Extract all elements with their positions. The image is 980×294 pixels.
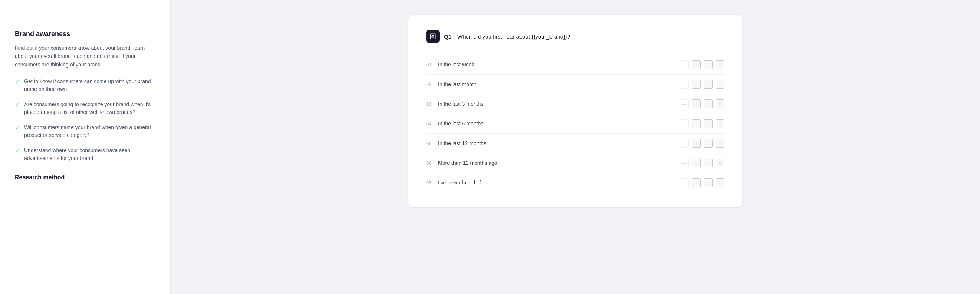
answer-actions: — ↓ ↑ × [680,119,724,128]
sidebar-description: Find out if your consumers know about yo… [15,44,156,69]
research-method-title: Research method [15,174,156,181]
move-up-button[interactable]: ↑ [704,139,713,148]
answer-number: 02 [426,81,438,87]
move-up-button[interactable]: ↑ [704,119,713,128]
main-content: Q1 When did you first hear about {{your_… [171,0,980,294]
answer-actions: — ↓ ↑ × [680,60,724,69]
remove-button[interactable]: × [716,158,724,168]
move-down-button[interactable]: ↓ [692,139,701,148]
question-card: Q1 When did you first hear about {{your_… [408,15,742,207]
feature-list: ✓ Get to know if consumers can come up w… [15,78,156,162]
feature-item: ✓ Get to know if consumers can come up w… [15,78,156,93]
question-type-icon [426,30,439,43]
feature-item: ✓ Are consumers going to recognize your … [15,101,156,116]
check-icon: ✓ [15,124,20,131]
answer-row: 05 In the last 12 months — ↓ ↑ × [426,134,724,153]
answer-number: 05 [426,141,438,146]
check-icon: ✓ [15,78,20,85]
answer-number: 06 [426,160,438,166]
remove-button[interactable]: × [716,99,724,109]
check-icon: ✓ [15,147,20,154]
answer-actions: — ↓ ↑ × [680,99,724,109]
question-text: When did you first hear about {{your_bra… [457,34,570,40]
feature-text: Will consumers name your brand when give… [24,124,156,139]
move-up-button[interactable]: ↑ [704,80,713,89]
answer-actions: — ↓ ↑ × [680,139,724,148]
back-button[interactable]: ← [15,12,156,20]
move-down-button[interactable]: ↓ [692,158,701,168]
minimize-button[interactable]: — [680,60,689,69]
move-up-button[interactable]: ↑ [704,99,713,109]
answer-row: 04 In the last 6 months — ↓ ↑ × [426,114,724,134]
minimize-button[interactable]: — [680,139,689,148]
remove-button[interactable]: × [716,119,724,128]
answer-actions: — ↓ ↑ × [680,158,724,168]
move-down-button[interactable]: ↓ [692,119,701,128]
move-up-button[interactable]: ↑ [704,178,713,187]
answer-row: 03 In the last 3 months — ↓ ↑ × [426,94,724,114]
minimize-button[interactable]: — [680,80,689,89]
svg-point-2 [433,36,433,37]
question-label: Q1 [444,34,452,40]
answer-text: In the last 12 months [438,140,680,146]
answer-list: 01 In the last week — ↓ ↑ × 02 In the la… [426,55,724,192]
answer-number: 03 [426,101,438,107]
question-header: Q1 When did you first hear about {{your_… [426,30,724,43]
remove-button[interactable]: × [716,80,724,89]
answer-number: 07 [426,180,438,185]
sidebar-title: Brand awareness [15,30,156,38]
minimize-button[interactable]: — [680,158,689,168]
answer-number: 04 [426,121,438,126]
feature-text: Are consumers going to recognize your br… [24,101,156,116]
move-down-button[interactable]: ↓ [692,60,701,69]
sidebar: ← Brand awareness Find out if your consu… [0,0,171,294]
answer-text: More than 12 months ago [438,160,680,166]
answer-row: 02 In the last month — ↓ ↑ × [426,75,724,94]
feature-text: Understand where your consumers have see… [24,147,156,162]
move-down-button[interactable]: ↓ [692,80,701,89]
answer-text: In the last week [438,62,680,67]
move-up-button[interactable]: ↑ [704,60,713,69]
answer-row: 07 I've never heard of it — ↓ ↑ × [426,173,724,192]
remove-button[interactable]: × [716,139,724,148]
back-icon: ← [15,12,22,20]
answer-row: 01 In the last week — ↓ ↑ × [426,55,724,75]
answer-number: 01 [426,62,438,67]
answer-text: I've never heard of it [438,180,680,185]
move-up-button[interactable]: ↑ [704,158,713,168]
answer-row: 06 More than 12 months ago — ↓ ↑ × [426,153,724,173]
feature-text: Get to know if consumers can come up wit… [24,78,156,93]
feature-item: ✓ Will consumers name your brand when gi… [15,124,156,139]
answer-actions: — ↓ ↑ × [680,80,724,89]
remove-button[interactable]: × [716,178,724,187]
minimize-button[interactable]: — [680,99,689,109]
answer-text: In the last 6 months [438,121,680,126]
answer-actions: — ↓ ↑ × [680,178,724,187]
move-down-button[interactable]: ↓ [692,178,701,187]
answer-text: In the last 3 months [438,101,680,107]
move-down-button[interactable]: ↓ [692,99,701,109]
minimize-button[interactable]: — [680,178,689,187]
remove-button[interactable]: × [716,60,724,69]
answer-text: In the last month [438,81,680,87]
feature-item: ✓ Understand where your consumers have s… [15,147,156,162]
minimize-button[interactable]: — [680,119,689,128]
check-icon: ✓ [15,101,20,108]
